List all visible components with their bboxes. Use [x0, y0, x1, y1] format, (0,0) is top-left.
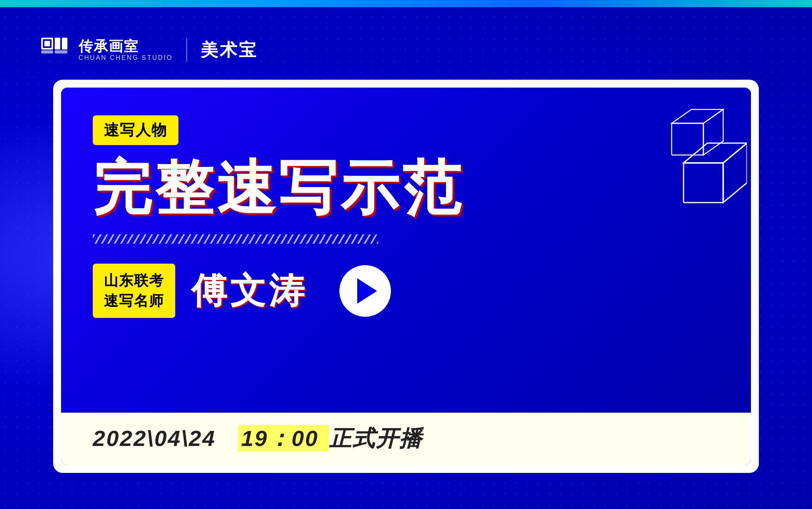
logo-text-area: 传承画室 CHUAN CHENG STUDIO: [79, 38, 173, 61]
logo-divider: [186, 38, 187, 62]
date-time: 19：00: [238, 425, 329, 452]
main-title: 完整速写示范: [93, 157, 719, 218]
info-row: 山东联考 速写名师 傅文涛: [93, 264, 719, 318]
svg-rect-3: [55, 38, 60, 50]
logo-sub-text: CHUAN CHENG STUDIO: [79, 54, 173, 61]
play-button[interactable]: [339, 265, 391, 317]
play-triangle-icon: [357, 278, 377, 304]
diagonal-lines-decoration: [93, 234, 378, 244]
svg-rect-2: [44, 41, 50, 46]
logo-area: 传承画室 CHUAN CHENG STUDIO 美术宝: [40, 36, 258, 64]
logo-brand: 美术宝: [201, 38, 258, 62]
logo-icon: [40, 36, 71, 64]
info-badge: 山东联考 速写名师: [93, 264, 175, 318]
date-text: 2022\04\24 19：00 正式开播: [93, 424, 423, 454]
tag-badge: 速写人物: [93, 115, 178, 145]
date-bar: 2022\04\24 19：00 正式开播: [61, 413, 751, 465]
header: 传承画室 CHUAN CHENG STUDIO 美术宝: [32, 36, 780, 64]
info-badge-line2: 速写名师: [104, 293, 164, 309]
date-value: 2022\04\24: [93, 426, 216, 451]
broadcast-suffix: 正式开播: [329, 426, 423, 451]
svg-rect-6: [41, 50, 53, 54]
info-badge-line1: 山东联考: [104, 272, 164, 289]
teacher-name: 傅文涛: [191, 267, 308, 315]
card-wrapper: 速写人物 完整速写示范 山东联考 速写名师 傅文涛: [53, 80, 759, 473]
svg-rect-4: [62, 38, 67, 50]
inner-card: 速写人物 完整速写示范 山东联考 速写名师 傅文涛: [61, 88, 751, 465]
right-cube-decoration: [668, 135, 747, 216]
time-value: 19：00: [241, 426, 319, 451]
svg-rect-5: [55, 50, 67, 54]
logo-main-text: 传承画室: [79, 38, 173, 54]
video-area: 速写人物 完整速写示范 山东联考 速写名师 傅文涛: [61, 88, 751, 413]
main-container: 传承画室 CHUAN CHENG STUDIO 美术宝: [0, 0, 812, 509]
svg-rect-7: [684, 163, 723, 203]
